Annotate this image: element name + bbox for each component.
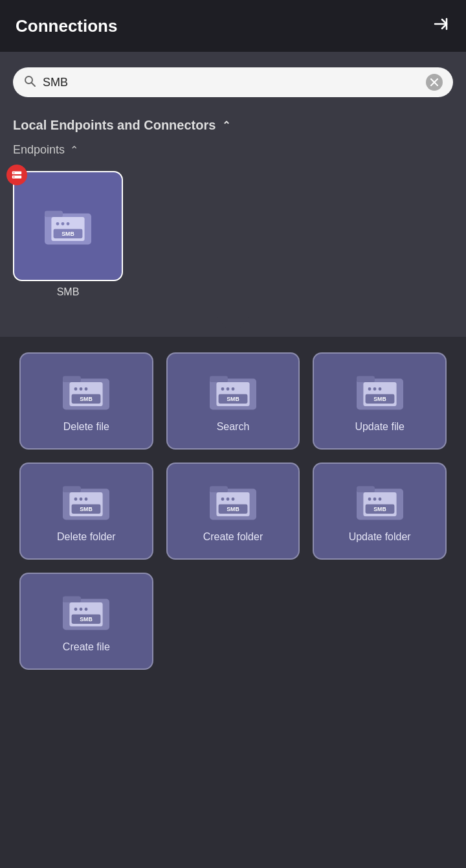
update-folder-icon: SMB <box>354 481 406 523</box>
svg-rect-59 <box>357 486 375 493</box>
svg-point-46 <box>80 497 83 501</box>
smb-endpoint-wrapper: SMB SMB <box>13 171 123 298</box>
endpoints-subsection[interactable]: Endpoints ⌃ <box>0 138 466 165</box>
local-endpoints-section: Local Endpoints and Connectors ⌃ <box>0 108 466 138</box>
svg-point-15 <box>67 222 70 225</box>
search-section <box>0 52 466 108</box>
chevron-up-icon: ⌃ <box>222 119 230 131</box>
create-folder-icon: SMB <box>207 481 259 523</box>
svg-text:SMB: SMB <box>227 506 239 512</box>
svg-point-39 <box>378 387 381 391</box>
endpoints-area: SMB SMB <box>0 165 466 311</box>
svg-text:SMB: SMB <box>80 506 93 512</box>
search-action-icon: SMB <box>207 371 259 413</box>
action-tile-create-folder[interactable]: SMB Create folder <box>166 463 300 560</box>
create-file-label: Create file <box>63 641 110 654</box>
svg-point-9 <box>14 176 15 177</box>
svg-point-45 <box>74 497 78 501</box>
action-tile-delete-folder[interactable]: SMB Delete folder <box>19 463 153 560</box>
export-icon[interactable] <box>432 15 450 37</box>
svg-point-54 <box>227 497 230 501</box>
smb-tile[interactable]: SMB <box>13 171 123 281</box>
svg-point-71 <box>85 608 88 611</box>
svg-point-14 <box>61 222 65 225</box>
action-tile-update-folder[interactable]: SMB Update folder <box>313 463 447 560</box>
svg-point-21 <box>74 387 78 391</box>
action-tile-delete-file[interactable]: SMB Delete file <box>19 352 153 450</box>
svg-rect-19 <box>63 376 81 383</box>
svg-text:SMB: SMB <box>61 230 74 236</box>
svg-text:SMB: SMB <box>373 396 386 402</box>
svg-point-31 <box>232 387 235 391</box>
delete-file-icon: SMB <box>60 371 112 413</box>
endpoints-chevron-icon: ⌃ <box>70 144 78 156</box>
update-file-icon: SMB <box>354 371 406 413</box>
svg-text:SMB: SMB <box>80 396 93 402</box>
search-label: Search <box>217 420 250 434</box>
svg-point-69 <box>74 608 78 611</box>
svg-point-8 <box>14 172 15 174</box>
svg-line-3 <box>32 82 36 86</box>
actions-grid: SMB Delete file SMB Search <box>19 352 447 670</box>
page-title: Connections <box>16 16 117 36</box>
svg-point-53 <box>221 497 225 501</box>
svg-rect-11 <box>45 211 63 217</box>
delete-folder-label: Delete folder <box>57 531 116 544</box>
action-tile-search[interactable]: SMB Search <box>166 352 300 450</box>
svg-rect-27 <box>210 376 228 383</box>
svg-point-23 <box>85 387 88 391</box>
svg-point-70 <box>80 608 83 611</box>
svg-point-29 <box>221 387 225 391</box>
actions-section: SMB Delete file SMB Search <box>0 337 466 689</box>
delete-file-label: Delete file <box>63 420 109 434</box>
svg-rect-35 <box>357 376 375 383</box>
clear-search-button[interactable] <box>426 74 443 91</box>
svg-text:SMB: SMB <box>80 616 93 622</box>
svg-point-55 <box>232 497 235 501</box>
smb-tile-icon-svg: SMB <box>42 205 94 247</box>
search-icon <box>23 74 36 91</box>
svg-point-61 <box>368 497 371 501</box>
create-folder-label: Create folder <box>203 531 263 544</box>
svg-point-37 <box>368 387 371 391</box>
svg-rect-67 <box>63 597 81 603</box>
search-bar[interactable] <box>13 67 453 97</box>
local-endpoints-title[interactable]: Local Endpoints and Connectors ⌃ <box>13 118 453 133</box>
header: Connections <box>0 0 466 52</box>
update-folder-label: Update folder <box>349 531 411 544</box>
svg-rect-51 <box>210 486 228 493</box>
create-file-icon: SMB <box>60 591 112 633</box>
svg-point-22 <box>80 387 83 391</box>
svg-point-13 <box>56 222 60 225</box>
search-input[interactable] <box>43 76 419 89</box>
action-tile-update-file[interactable]: SMB Update file <box>313 352 447 450</box>
svg-text:SMB: SMB <box>373 506 386 512</box>
svg-rect-43 <box>63 486 81 493</box>
svg-point-30 <box>227 387 230 391</box>
svg-point-38 <box>373 387 376 391</box>
svg-point-47 <box>85 497 88 501</box>
delete-folder-icon: SMB <box>60 481 112 523</box>
action-tile-create-file[interactable]: SMB Create file <box>19 573 153 670</box>
triangle-down-icon <box>217 317 249 337</box>
smb-endpoint-label: SMB <box>13 286 123 298</box>
update-file-label: Update file <box>355 420 405 434</box>
smb-badge <box>6 165 27 185</box>
svg-point-63 <box>378 497 381 501</box>
svg-text:SMB: SMB <box>227 396 239 402</box>
section-divider <box>0 311 466 337</box>
svg-point-62 <box>373 497 376 501</box>
